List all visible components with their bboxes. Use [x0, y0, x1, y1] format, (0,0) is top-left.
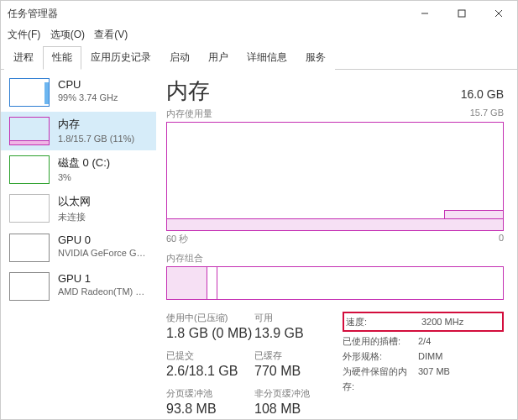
- cached-label: 已缓存: [254, 349, 343, 362]
- sidebar-item-ethernet[interactable]: 以太网 未连接: [1, 189, 156, 228]
- time-axis-left: 60 秒: [166, 233, 188, 245]
- menu-options[interactable]: 选项(O): [50, 29, 85, 40]
- sidebar-item-label: 以太网: [58, 194, 91, 209]
- sidebar-item-gpu0[interactable]: GPU 0 NVIDIA GeForce GT 1 1%: [1, 228, 156, 267]
- main-panel: 内存 16.0 GB 内存使用量 15.7 GB 60 秒 0 内存组合 使用中…: [156, 70, 517, 420]
- content: CPU 99% 3.74 GHz 内存 1.8/15.7 GB (11%) 磁盘…: [1, 70, 517, 420]
- gpu-thumb-icon: [9, 272, 50, 301]
- sidebar-item-label: 磁盘 0 (C:): [58, 155, 110, 171]
- ethernet-thumb-icon: [9, 194, 50, 223]
- tabstrip: 进程 性能 应用历史记录 启动 用户 详细信息 服务: [1, 45, 517, 70]
- sidebar-item-sub: NVIDIA GeForce GT 1 1%: [58, 248, 150, 258]
- sidebar-item-sub: 99% 3.74 GHz: [58, 92, 118, 102]
- titlebar: 任务管理器: [1, 1, 517, 26]
- menu-view[interactable]: 查看(V): [94, 29, 128, 40]
- usage-fill: [167, 218, 503, 230]
- memory-composition-graph[interactable]: [166, 266, 504, 300]
- composition-seg-modified: [207, 267, 217, 299]
- svg-rect-1: [458, 10, 465, 17]
- paged-value: 93.8 MB: [166, 402, 254, 417]
- sidebar-item-label: CPU: [58, 78, 118, 91]
- minimize-button[interactable]: [406, 1, 443, 26]
- in-use-label: 使用中(已压缩): [166, 312, 254, 324]
- tab-processes[interactable]: 进程: [4, 46, 43, 70]
- composition-label: 内存组合: [166, 252, 504, 265]
- cached-value: 770 MB: [254, 364, 343, 379]
- sidebar-item-sub: AMD Radeon(TM) RX 0%: [58, 286, 150, 297]
- page-title: 内存: [166, 76, 461, 106]
- speed-key: 速度:: [346, 314, 421, 329]
- form-value: DIMM: [418, 349, 442, 364]
- time-axis-right: 0: [499, 233, 504, 245]
- menu-file[interactable]: 文件(F): [8, 29, 40, 40]
- disk-thumb-icon: [9, 155, 50, 184]
- cpu-thumb-icon: [9, 78, 50, 107]
- tab-app-history[interactable]: 应用历史记录: [81, 46, 160, 70]
- sidebar-item-gpu1[interactable]: GPU 1 AMD Radeon(TM) RX 0%: [1, 267, 156, 306]
- tab-details[interactable]: 详细信息: [238, 46, 296, 70]
- window-title: 任务管理器: [8, 7, 406, 21]
- sidebar-item-memory[interactable]: 内存 1.8/15.7 GB (11%): [1, 112, 156, 150]
- tab-startup[interactable]: 启动: [160, 46, 199, 70]
- committed-value: 2.6/18.1 GB: [166, 364, 254, 379]
- hw-reserved-value: 307 MB: [418, 364, 450, 394]
- nonpaged-value: 108 MB: [254, 402, 343, 417]
- sidebar-item-label: 内存: [58, 117, 134, 132]
- sidebar: CPU 99% 3.74 GHz 内存 1.8/15.7 GB (11%) 磁盘…: [1, 70, 156, 420]
- window-controls: [406, 1, 517, 26]
- usage-graph-max: 15.7 GB: [470, 108, 504, 120]
- usage-bump: [444, 210, 503, 218]
- sidebar-item-sub: 3%: [58, 172, 110, 182]
- menubar: 文件(F) 选项(O) 查看(V): [1, 26, 517, 45]
- usage-graph-label: 内存使用量: [166, 108, 212, 120]
- sidebar-item-cpu[interactable]: CPU 99% 3.74 GHz: [1, 73, 156, 112]
- slots-key: 已使用的插槽:: [343, 333, 418, 349]
- sidebar-item-disk[interactable]: 磁盘 0 (C:) 3%: [1, 150, 156, 189]
- composition-seg-inuse: [167, 267, 207, 299]
- maximize-button[interactable]: [443, 1, 480, 26]
- slots-value: 2/4: [418, 333, 431, 349]
- details: 使用中(已压缩) 1.8 GB (0 MB) 可用 13.9 GB 已提交 2.…: [166, 312, 504, 420]
- speed-value: 3200 MHz: [421, 314, 463, 329]
- tab-performance[interactable]: 性能: [43, 46, 81, 70]
- sidebar-item-label: GPU 0: [58, 234, 150, 246]
- available-value: 13.9 GB: [254, 326, 343, 341]
- committed-label: 已提交: [166, 349, 254, 362]
- sidebar-item-sub: 1.8/15.7 GB (11%): [58, 134, 134, 144]
- hw-reserved-key: 为硬件保留的内存:: [343, 364, 418, 394]
- sidebar-item-label: GPU 1: [58, 272, 150, 285]
- sidebar-item-sub: 未连接: [58, 211, 91, 223]
- gpu-thumb-icon: [9, 234, 50, 262]
- close-button[interactable]: [480, 1, 517, 26]
- tab-users[interactable]: 用户: [199, 46, 238, 70]
- in-use-value: 1.8 GB (0 MB): [166, 326, 254, 341]
- total-memory: 16.0 GB: [461, 87, 504, 101]
- tab-services[interactable]: 服务: [296, 46, 335, 70]
- paged-label: 分页缓冲池: [166, 387, 254, 400]
- memory-thumb-icon: [9, 117, 50, 145]
- form-key: 外形规格:: [343, 349, 418, 364]
- highlight-box: 速度:3200 MHz: [343, 312, 504, 332]
- memory-usage-graph[interactable]: [166, 122, 504, 231]
- available-label: 可用: [254, 312, 343, 324]
- nonpaged-label: 非分页缓冲池: [254, 387, 343, 400]
